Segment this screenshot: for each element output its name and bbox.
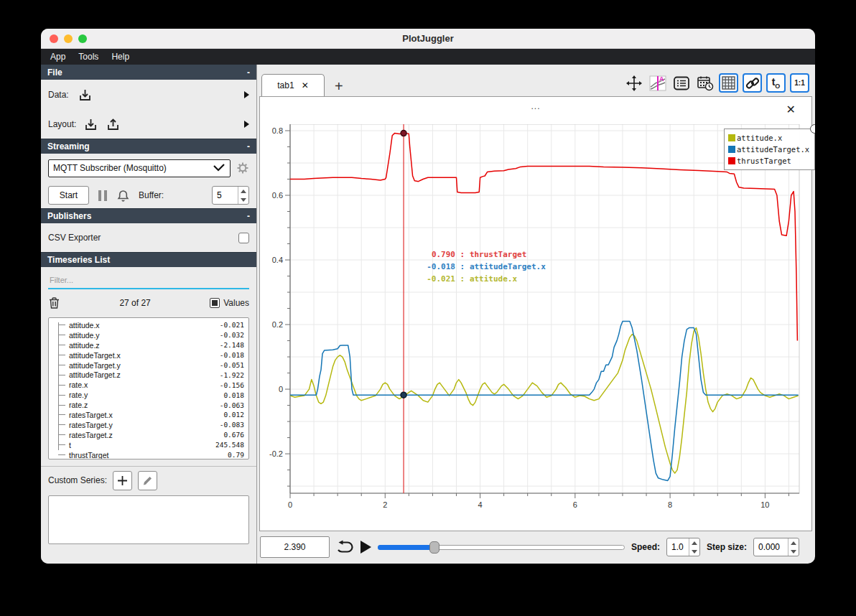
timeseries-filter-input[interactable] [48, 273, 249, 288]
streaming-source-row: MQTT Subscriber (Mosquitto) [41, 154, 256, 182]
tree-stub [58, 365, 65, 365]
streaming-source-select[interactable]: MQTT Subscriber (Mosquitto) [48, 159, 231, 177]
section-header-file[interactable]: File - [41, 65, 256, 80]
title-bar: PlotJuggler [41, 29, 815, 49]
add-tab-button[interactable]: + [335, 79, 343, 93]
timeseries-row[interactable]: thrustTarget0.79 [56, 450, 248, 459]
menu-app[interactable]: App [44, 50, 72, 63]
timeseries-row[interactable]: ratesTarget.z0.676 [56, 430, 248, 440]
link-axes-button[interactable] [743, 73, 762, 93]
menu-help[interactable]: Help [105, 50, 136, 63]
plot-widget[interactable]: ... ✕ 0246810-0.200.20.40.60.8 attitude.… [259, 96, 812, 531]
plot-canvas[interactable]: 0246810-0.200.20.40.60.8 [260, 124, 813, 519]
tracker-style-button[interactable]: A [648, 73, 667, 93]
ratio-button[interactable]: 1:1 [790, 73, 809, 93]
svg-text:0.2: 0.2 [272, 320, 283, 329]
tracker-readout: 0.790 : thrustTarget-0.018 : attitudeTar… [424, 248, 546, 285]
time-origin-button[interactable]: tO [766, 73, 786, 93]
legend-swatch [728, 134, 735, 141]
legend-item[interactable]: attitude.x [728, 132, 809, 144]
timeseries-row[interactable]: rate.y0.018 [56, 390, 248, 400]
timeseries-row[interactable]: ratesTarget.x0.012 [56, 410, 248, 420]
save-layout-icon[interactable] [106, 117, 121, 132]
section-header-publishers[interactable]: Publishers - [41, 208, 256, 223]
layout-expand-icon[interactable] [244, 121, 249, 128]
playback-time-field[interactable]: 2.390 [260, 536, 330, 558]
tree-stub [58, 325, 65, 325]
playback-slider[interactable] [378, 540, 625, 554]
file-section-title: File [47, 67, 62, 78]
load-layout-icon[interactable] [83, 117, 98, 132]
slider-handle[interactable] [429, 541, 439, 554]
add-custom-series-button[interactable] [113, 471, 132, 490]
timeseries-row[interactable]: attitude.z-2.148 [56, 340, 248, 350]
legend-item[interactable]: attitudeTarget.x [728, 144, 809, 155]
legend-handle[interactable] [810, 124, 815, 134]
streaming-settings-gear-icon[interactable] [236, 162, 249, 174]
buffer-spinbox[interactable]: 5 [212, 186, 249, 205]
edit-custom-series-button[interactable] [138, 471, 157, 490]
svg-text:-0.2: -0.2 [269, 449, 283, 458]
legend-name: attitude.x [737, 134, 782, 142]
play-button[interactable] [360, 541, 371, 554]
speed-label: Speed: [631, 542, 660, 552]
menu-bar: App Tools Help [41, 49, 815, 65]
step-size-spinbox[interactable]: 0.000 [753, 538, 799, 556]
timeseries-list[interactable]: attitude.x-0.021attitude.y-0.032attitude… [48, 317, 249, 459]
timeseries-row[interactable]: attitudeTarget.x-0.018 [56, 350, 248, 360]
timeseries-value: -2.148 [220, 341, 244, 349]
pan-zoom-button[interactable] [624, 73, 643, 93]
timeseries-row[interactable]: attitudeTarget.y-0.051 [56, 360, 248, 370]
csv-exporter-checkbox[interactable] [238, 233, 249, 243]
svg-text:0.6: 0.6 [272, 191, 283, 200]
notification-bell-icon[interactable] [116, 189, 130, 202]
trash-icon[interactable] [48, 297, 60, 309]
plot-title-dots[interactable]: ... [260, 101, 811, 111]
timeseries-name: attitudeTarget.z [69, 370, 121, 379]
speed-spinbox[interactable]: 1.0 [666, 538, 700, 556]
timeseries-row[interactable]: rate.z-0.063 [56, 400, 248, 410]
buffer-label: Buffer: [139, 190, 164, 200]
plot-legend[interactable]: attitude.xattitudeTarget.xthrustTarget [724, 129, 815, 170]
collapse-streaming-icon[interactable]: - [247, 141, 250, 151]
legend-item[interactable]: thrustTarget [728, 155, 809, 167]
datetime-button[interactable] [695, 73, 715, 93]
streaming-section-title: Streaming [47, 141, 90, 151]
custom-series-listbox[interactable] [48, 495, 249, 544]
data-expand-icon[interactable] [244, 91, 249, 98]
tree-stub [58, 355, 65, 355]
timeseries-row[interactable]: attitudeTarget.z-1.922 [56, 370, 248, 380]
tab-close-icon[interactable]: ✕ [302, 80, 309, 90]
collapse-file-icon[interactable]: - [247, 67, 250, 78]
plot-close-icon[interactable]: ✕ [786, 103, 796, 116]
timeseries-name: attitude.z [69, 341, 100, 350]
timeseries-row[interactable]: rate.x-0.156 [56, 380, 248, 390]
tree-stub [58, 444, 65, 445]
custom-series-label: Custom Series: [48, 475, 107, 485]
timeseries-row[interactable]: t245.548 [56, 440, 248, 450]
menu-tools[interactable]: Tools [72, 50, 105, 63]
tree-stub [58, 434, 65, 435]
pause-icon[interactable] [98, 190, 108, 202]
step-size-value: 0.000 [754, 538, 788, 556]
streaming-source-value: MQTT Subscriber (Mosquitto) [53, 163, 167, 173]
load-data-icon[interactable] [78, 88, 93, 103]
grid-layout-button[interactable] [719, 73, 738, 93]
curve-list-button[interactable] [671, 73, 691, 93]
timeseries-name: ratesTarget.z [69, 431, 113, 439]
values-checkbox[interactable] [210, 298, 220, 308]
app-window: PlotJuggler App Tools Help File - Data: … [41, 29, 815, 564]
tab-tab1[interactable]: tab1 ✕ [261, 74, 325, 96]
collapse-publishers-icon[interactable]: - [247, 211, 250, 221]
timeseries-row[interactable]: attitude.x-0.021 [56, 320, 248, 330]
layout-label: Layout: [48, 119, 76, 129]
timeseries-row[interactable]: ratesTarget.y-0.083 [56, 420, 248, 430]
section-header-timeseries[interactable]: Timeseries List [41, 252, 256, 267]
start-button[interactable]: Start [48, 186, 89, 205]
timeseries-value: -0.032 [220, 331, 244, 339]
buffer-value: 5 [213, 187, 238, 204]
section-header-streaming[interactable]: Streaming - [41, 139, 256, 154]
tree-stub [58, 424, 65, 425]
timeseries-row[interactable]: attitude.y-0.032 [56, 330, 248, 340]
loop-icon[interactable] [336, 540, 354, 554]
